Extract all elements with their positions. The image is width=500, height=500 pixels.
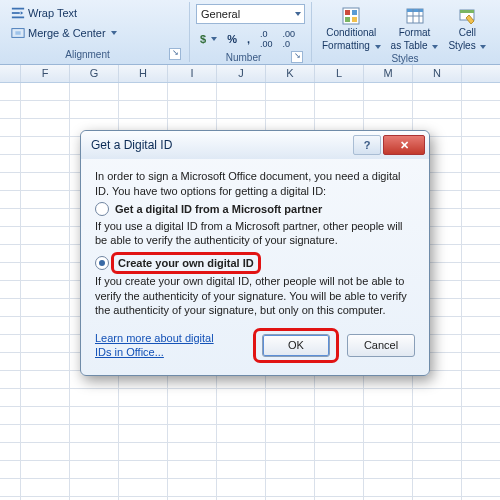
cell[interactable]	[21, 83, 70, 100]
cell[interactable]	[21, 137, 70, 154]
column-header[interactable]: H	[119, 65, 168, 82]
cell[interactable]	[413, 101, 462, 118]
cell[interactable]	[21, 461, 70, 478]
cell[interactable]	[119, 407, 168, 424]
cell[interactable]	[168, 443, 217, 460]
learn-more-link[interactable]: Learn more about digital IDs in Office..…	[95, 332, 214, 359]
cell[interactable]	[364, 461, 413, 478]
cell[interactable]	[315, 389, 364, 406]
cell[interactable]	[21, 155, 70, 172]
cell[interactable]	[168, 83, 217, 100]
radio-selected-icon[interactable]	[95, 256, 109, 270]
cell[interactable]	[70, 479, 119, 496]
cell[interactable]	[364, 479, 413, 496]
column-header[interactable]: F	[21, 65, 70, 82]
cell[interactable]	[266, 389, 315, 406]
percent-format-button[interactable]: %	[223, 27, 241, 51]
cell[interactable]	[21, 191, 70, 208]
alignment-launcher[interactable]: ↘	[169, 48, 181, 60]
cell[interactable]	[21, 443, 70, 460]
option-own[interactable]: Create your own digital ID	[95, 254, 415, 273]
cell[interactable]	[315, 461, 364, 478]
cell[interactable]	[315, 83, 364, 100]
cell[interactable]	[413, 83, 462, 100]
cell[interactable]	[21, 281, 70, 298]
increase-decimal-button[interactable]: .0.00	[256, 27, 277, 51]
cell[interactable]	[21, 299, 70, 316]
cell[interactable]	[217, 101, 266, 118]
radio-unselected-icon[interactable]	[95, 202, 109, 216]
cell[interactable]	[168, 389, 217, 406]
cell[interactable]	[217, 443, 266, 460]
cell[interactable]	[21, 407, 70, 424]
cell[interactable]	[70, 443, 119, 460]
column-header[interactable]: K	[266, 65, 315, 82]
cell[interactable]	[364, 407, 413, 424]
cell[interactable]	[21, 101, 70, 118]
cell[interactable]	[119, 443, 168, 460]
column-header[interactable]: I	[168, 65, 217, 82]
cell[interactable]	[70, 425, 119, 442]
cell[interactable]	[21, 371, 70, 388]
cell[interactable]	[21, 389, 70, 406]
cell[interactable]	[168, 101, 217, 118]
cell[interactable]	[364, 389, 413, 406]
cell[interactable]	[119, 461, 168, 478]
cell[interactable]	[70, 101, 119, 118]
cell[interactable]	[315, 425, 364, 442]
cell[interactable]	[70, 83, 119, 100]
cell[interactable]	[21, 209, 70, 226]
cell[interactable]	[413, 443, 462, 460]
column-header[interactable]: L	[315, 65, 364, 82]
cell[interactable]	[315, 101, 364, 118]
cell[interactable]	[70, 461, 119, 478]
cell[interactable]	[315, 407, 364, 424]
cell[interactable]	[21, 245, 70, 262]
column-header[interactable]: J	[217, 65, 266, 82]
cell[interactable]	[21, 335, 70, 352]
cell[interactable]	[21, 317, 70, 334]
cell[interactable]	[119, 83, 168, 100]
cell[interactable]	[168, 461, 217, 478]
cell[interactable]	[413, 389, 462, 406]
cell[interactable]	[217, 389, 266, 406]
comma-format-button[interactable]: ,	[243, 27, 254, 51]
cell[interactable]	[315, 479, 364, 496]
cell[interactable]	[119, 101, 168, 118]
cell[interactable]	[21, 353, 70, 370]
column-header[interactable]: G	[70, 65, 119, 82]
cell[interactable]	[266, 407, 315, 424]
cell[interactable]	[266, 461, 315, 478]
cell[interactable]	[168, 425, 217, 442]
cell[interactable]	[21, 263, 70, 280]
dialog-titlebar[interactable]: Get a Digital ID ? ✕	[81, 131, 429, 159]
accounting-format-button[interactable]: $	[196, 27, 221, 51]
cell[interactable]	[119, 479, 168, 496]
cell[interactable]	[168, 407, 217, 424]
help-button[interactable]: ?	[353, 135, 381, 155]
cell[interactable]	[168, 479, 217, 496]
close-button[interactable]: ✕	[383, 135, 425, 155]
cell[interactable]	[119, 425, 168, 442]
cancel-button[interactable]: Cancel	[347, 334, 415, 357]
cell[interactable]	[266, 479, 315, 496]
cell[interactable]	[217, 461, 266, 478]
cell[interactable]	[119, 389, 168, 406]
cell[interactable]	[364, 83, 413, 100]
cell[interactable]	[70, 389, 119, 406]
format-as-table-button[interactable]: Format as Table	[387, 4, 443, 53]
cell-styles-button[interactable]: Cell Styles	[444, 4, 490, 53]
cell[interactable]	[315, 443, 364, 460]
cell[interactable]	[266, 83, 315, 100]
conditional-formatting-button[interactable]: Conditional Formatting	[318, 4, 385, 53]
column-header[interactable]: M	[364, 65, 413, 82]
cell[interactable]	[217, 425, 266, 442]
cell[interactable]	[217, 407, 266, 424]
cell[interactable]	[21, 227, 70, 244]
cell[interactable]	[413, 461, 462, 478]
cell[interactable]	[21, 119, 70, 136]
cell[interactable]	[266, 101, 315, 118]
cell[interactable]	[21, 425, 70, 442]
cell[interactable]	[266, 443, 315, 460]
ok-button[interactable]: OK	[262, 334, 330, 357]
